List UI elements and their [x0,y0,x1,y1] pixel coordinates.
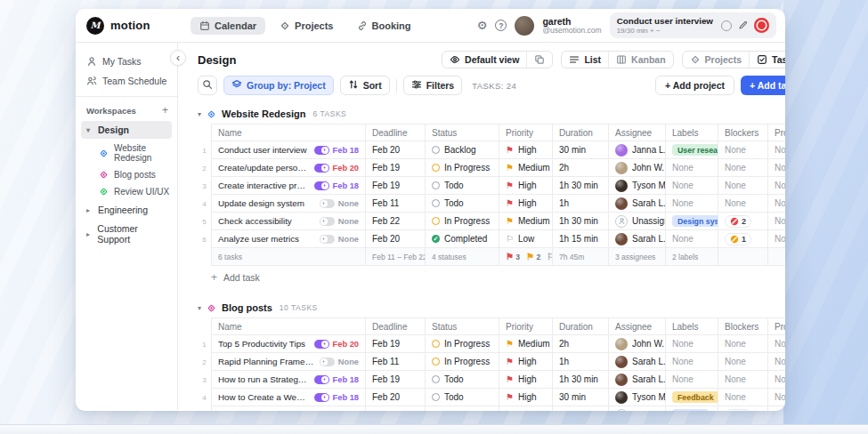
auto-schedule-toggle[interactable] [314,146,329,155]
priority-label: High [518,145,537,155]
task-row[interactable]: 5Check accessibility None Feb 22In Progr… [198,213,785,230]
sidebar-project-website-redesign[interactable]: Website Redesign [76,140,177,166]
toolbar-divider [396,79,397,92]
chevron-down-icon[interactable]: ▾ [198,304,201,312]
priority-label: Medium [518,163,550,173]
auto-schedule-toggle[interactable] [314,164,329,173]
assignee-name: Sarah L. [632,234,666,244]
task-row[interactable]: 5Understand and Resolve Conflict Feb 18 … [198,406,785,411]
name-cell: Conduct user interview Feb 18 [211,141,366,159]
task-row[interactable]: 4How to Create a Weekly Plan Feb 18 Feb … [198,389,785,406]
task-row[interactable]: 3Create interactive prototypes Feb 18 Fe… [198,177,785,195]
task-row[interactable]: 3How to run a Strategy Meeting Feb 18 Fe… [198,371,785,389]
sidebar-item-engineering[interactable]: ▸Engineering [81,201,172,219]
sidebar-project-review-ui-ux[interactable]: Review UI/UX [76,183,177,200]
tasks-scope-button[interactable]: Tasks [749,52,785,68]
collapse-sidebar-button[interactable]: ‹ [170,50,186,66]
auto-schedule-toggle[interactable] [314,375,329,384]
progress-cell: No [768,371,785,389]
blockers-none: None [725,357,746,366]
priority-flag-icon: ⚑ [506,164,514,173]
labels-none: None [672,357,694,366]
status-label: In Progress [444,357,490,366]
task-row[interactable]: 4Update design system None Feb 11Todo⚑Hi… [198,195,785,213]
auto-schedule-toggle[interactable] [314,181,329,190]
auto-schedule: Feb 18 [314,146,359,155]
filters-button[interactable]: Filters [403,76,463,95]
settings-gear-icon[interactable]: ⚙ [477,19,488,32]
task-name: Check accessibility [218,216,292,226]
auto-schedule-toggle[interactable] [320,235,335,244]
task-name: Conduct user interview [218,145,307,155]
assignee-avatar [615,356,628,368]
labels-cell: None [666,230,718,248]
priority-flag-icon: ⚑ [506,393,514,402]
auto-schedule-toggle[interactable] [320,199,335,208]
auto-schedule-toggle[interactable] [314,340,329,349]
add-task-button[interactable]: + Add task [741,76,785,95]
view-controls: Default view List [442,51,785,68]
task-row[interactable]: 1Top 5 Productivity Tips Feb 20 Feb 19In… [198,335,785,353]
task-row[interactable]: 6Analyze user metrics None Feb 20✓Comple… [198,230,785,248]
status-cell: In Progress [426,159,499,177]
priority-label: Medium [518,216,550,226]
group-by-button[interactable]: Group by: Project [223,76,334,95]
name-cell: Understand and Resolve Conflict Feb 18 [211,406,366,411]
edit-pencil-icon[interactable] [738,20,748,30]
assignee-cell: John W. [609,159,666,177]
sidebar-project-blog-posts[interactable]: Blog posts [76,166,177,183]
default-view-button[interactable]: Default view [442,52,526,68]
assignee-cell: Unassigned [609,213,666,230]
projects-scope-button[interactable]: Projects [683,52,749,68]
section-name: Blog posts [222,302,272,313]
priority-label: High [518,374,537,384]
task-row[interactable]: 1Conduct user interview Feb 18 Feb 20Bac… [198,141,785,159]
duplicate-view-button[interactable] [526,52,552,68]
auto-schedule-toggle[interactable] [320,217,335,226]
task-row[interactable]: 2Rapid Planning Frameworks None Feb 11In… [198,353,785,371]
add-task-link[interactable]: + Add task [211,271,785,284]
help-icon[interactable]: ? [495,20,507,31]
sidebar-item-my-tasks[interactable]: My Tasks [76,52,177,71]
task-name: Create interactive prototypes [218,181,310,190]
complete-task-circle-icon[interactable] [721,20,732,31]
list-view-button[interactable]: List [562,52,608,68]
user-avatar[interactable] [515,16,534,36]
progress-cell: No [768,353,785,371]
default-view-group: Default view [442,51,553,68]
add-task-link-label: Add task [223,272,260,283]
nav-tab-booking[interactable]: Booking [348,17,420,35]
blockers-cell: None [718,141,768,159]
nav-tab-calendar[interactable]: Calendar [191,17,265,35]
section-task-count: 10 TASKS [280,303,318,312]
timer-record-button[interactable] [754,18,769,33]
chevron-down-icon[interactable]: ▾ [198,110,201,118]
row-number: 1 [198,335,211,353]
sidebar-item-design[interactable]: ▾ Design [81,121,172,139]
name-cell: How to Create a Weekly Plan Feb 18 [211,389,366,406]
priority-flag-icon: ⚑ [506,146,514,155]
diamond-icon [690,54,701,65]
sidebar-item-team-schedule[interactable]: Team Schedule [76,71,177,91]
add-project-button[interactable]: + Add project [655,76,734,95]
labels-cell: User research [666,141,718,159]
search-button[interactable] [198,76,217,95]
auto-schedule-toggle[interactable] [314,411,329,412]
auto-schedule-toggle[interactable] [320,358,335,366]
status-label: In Progress [444,216,490,226]
nav-tab-projects[interactable]: Projects [271,17,342,35]
kanban-view-button[interactable]: Kanban [608,52,673,68]
status-circle-icon [432,358,440,366]
priority-cell: ⚐Low [499,230,553,248]
user-block: gareth @usemotion.com [542,16,601,36]
add-workspace-button[interactable]: + [162,104,168,117]
blockers-none: None [725,163,746,173]
row-number: 2 [198,353,211,371]
sort-button[interactable]: Sort [340,76,390,95]
sidebar-item-customer-support[interactable]: ▸Customer Support [81,220,172,248]
assignee-avatar [615,233,628,245]
task-row[interactable]: 2Create/update personas Feb 20 Feb 19In … [198,159,785,177]
auto-schedule-toggle[interactable] [314,393,329,402]
labels-none: None [672,234,694,244]
page-title: Design [198,53,236,67]
